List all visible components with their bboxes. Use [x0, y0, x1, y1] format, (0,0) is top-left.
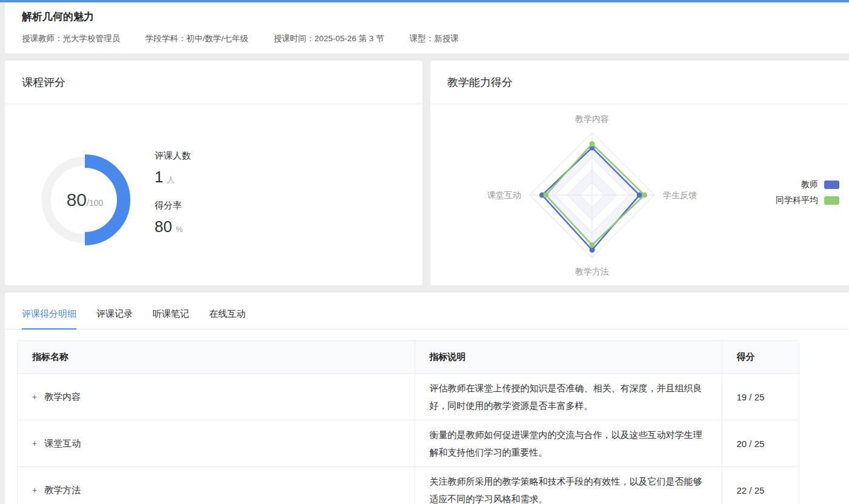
donut-score-max: /100: [87, 198, 103, 208]
legend-label: 同学科平均: [776, 195, 818, 206]
score-card-title: 课程评分: [5, 61, 422, 104]
tab-evaluation-records[interactable]: 评课记录: [96, 308, 133, 330]
radar-card-title: 教学能力得分: [430, 61, 849, 104]
indicator-score-cell: 22 / 25: [722, 467, 799, 504]
col-header-score: 得分: [722, 341, 799, 374]
indicator-desc-cell: 关注教师所采用的教学策略和技术手段的有效性，以及它们是否能够适应不同的学习风格和…: [415, 467, 722, 504]
teaching-ability-card: 教学能力得分 教学内容学生反馈教学方法课堂互动 教师同学科平均: [430, 61, 849, 285]
indicator-name-cell: +教学方法: [18, 467, 415, 504]
legend-color-marker: [824, 181, 839, 189]
table-row: +教学内容 评估教师在课堂上传授的知识是否准确、相关、有深度，并且组织良好，同时…: [18, 374, 799, 420]
detail-card: 评课得分明细 评课记录 听课笔记 在线互动 指标名称 指标说明 得分 +教学内容…: [5, 293, 849, 504]
indicator-name-cell: +教学内容: [18, 374, 415, 420]
meta-teacher: 授课教师：光大学校管理员: [22, 33, 120, 44]
stat-rater-count: 评课人数 1 人: [155, 150, 191, 187]
legend-label: 教师: [801, 179, 818, 190]
indicator-name: 课堂互动: [44, 438, 81, 448]
col-header-indicator-name: 指标名称: [18, 341, 415, 374]
score-stats: 评课人数 1 人 得分率 80 %: [155, 150, 191, 236]
tab-score-detail[interactable]: 评课得分明细: [22, 308, 76, 330]
course-header-card: 解析几何的魅力 授课教师：光大学校管理员 学段学科：初中/数学/七年级 授课时间…: [5, 2, 849, 53]
meta-grade-subject: 学段学科：初中/数学/七年级: [145, 33, 248, 44]
indicator-name-cell: +课堂互动: [18, 420, 415, 467]
table-header-row: 指标名称 指标说明 得分: [18, 341, 799, 374]
course-meta-row: 授课教师：光大学校管理员 学段学科：初中/数学/七年级 授课时间：2025-05…: [22, 33, 849, 44]
course-score-card: 课程评分 80 /100 评课人数 1 人: [5, 61, 422, 285]
indicator-score-cell: 19 / 25: [722, 374, 799, 420]
detail-tabs: 评课得分明细 评课记录 听课笔记 在线互动: [5, 293, 849, 330]
donut-score-value: 80: [67, 190, 87, 210]
legend-item[interactable]: 同学科平均: [776, 193, 839, 208]
meta-course-type: 课型：新授课: [410, 33, 459, 44]
indicator-name: 教学内容: [44, 391, 81, 402]
stat-score-rate-unit: %: [176, 225, 183, 234]
score-donut-chart: 80 /100: [27, 142, 142, 257]
indicator-desc-cell: 评估教师在课堂上传授的知识是否准确、相关、有深度，并且组织良好，同时使用的教学资…: [415, 374, 722, 420]
radar-axis-label: 教学方法: [575, 267, 609, 276]
stat-score-rate: 得分率 80 %: [155, 200, 191, 236]
donut-center-label: 80 /100: [27, 142, 142, 257]
radar-axis-label: 学生反馈: [663, 190, 697, 200]
stat-score-rate-value: 80: [155, 217, 172, 236]
tab-listening-notes[interactable]: 听课笔记: [153, 308, 189, 330]
radar-axis-label: 教学内容: [575, 114, 609, 124]
indicator-desc-cell: 衡量的是教师如何促进课堂内的交流与合作，以及这些互动对学生理解和支持他们学习的重…: [415, 420, 722, 467]
stat-rater-count-label: 评课人数: [155, 150, 191, 162]
stat-rater-count-value: 1: [155, 168, 163, 187]
stat-rater-count-unit: 人: [167, 174, 175, 185]
score-detail-table: 指标名称 指标说明 得分 +教学内容 评估教师在课堂上传授的知识是否准确、相关、…: [17, 340, 799, 504]
tab-online-interaction[interactable]: 在线互动: [209, 308, 245, 330]
radar-legend: 教师同学科平均: [776, 177, 839, 208]
indicator-name: 教学方法: [44, 485, 81, 495]
legend-item[interactable]: 教师: [776, 177, 839, 193]
meta-time: 授课时间：2025-05-26 第 3 节: [274, 33, 384, 44]
expand-plus-icon[interactable]: +: [32, 439, 37, 448]
table-row: +教学方法 关注教师所采用的教学策略和技术手段的有效性，以及它们是否能够适应不同…: [18, 467, 799, 504]
expand-plus-icon[interactable]: +: [32, 392, 37, 402]
page-title: 解析几何的魅力: [22, 10, 849, 24]
table-row: +课堂互动 衡量的是教师如何促进课堂内的交流与合作，以及这些互动对学生理解和支持…: [18, 420, 799, 467]
col-header-indicator-desc: 指标说明: [415, 341, 722, 374]
legend-color-marker: [824, 196, 839, 205]
stat-score-rate-label: 得分率: [155, 200, 191, 211]
radar-axis-label: 课堂互动: [487, 190, 521, 200]
expand-plus-icon[interactable]: +: [32, 485, 37, 495]
indicator-score-cell: 20 / 25: [722, 420, 799, 467]
